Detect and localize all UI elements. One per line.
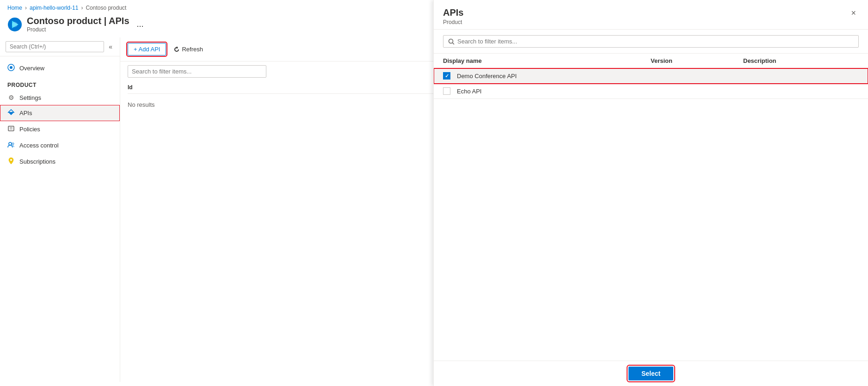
sidebar-item-policies-label: Policies: [19, 126, 40, 133]
add-api-button[interactable]: + Add API: [128, 43, 166, 55]
panel-header: APIs Product ×: [434, 0, 868, 30]
access-control-icon: [7, 141, 15, 150]
panel-close-button[interactable]: ×: [848, 7, 859, 19]
sidebar-search-area: «: [0, 37, 120, 56]
settings-icon: ⚙: [7, 94, 15, 101]
sidebar-search-input[interactable]: [6, 41, 104, 52]
sidebar-item-policies[interactable]: Policies: [0, 121, 120, 137]
refresh-button[interactable]: Refresh: [170, 43, 207, 55]
sidebar: « Overview Product ⚙ Settings APIs: [0, 37, 120, 382]
sidebar-section-label: Product: [0, 76, 120, 90]
page-title: Contoso product | APIs: [27, 16, 129, 26]
sidebar-item-subscriptions[interactable]: Subscriptions: [0, 153, 120, 170]
panel-row-demo[interactable]: Demo Conference API: [434, 68, 868, 84]
col-id-header: Id: [128, 84, 220, 91]
svg-marker-6: [8, 112, 14, 115]
svg-point-13: [449, 39, 453, 43]
page-subtitle: Product: [27, 26, 129, 33]
svg-point-10: [9, 142, 12, 145]
refresh-icon: [173, 46, 180, 53]
sidebar-item-apis-label: APIs: [19, 110, 32, 116]
select-button[interactable]: Select: [628, 367, 673, 380]
panel-search-input[interactable]: [457, 38, 854, 45]
sidebar-item-access-control[interactable]: Access control: [0, 137, 120, 153]
panel-title: APIs: [443, 7, 463, 18]
main-search-input[interactable]: [128, 65, 266, 78]
checkbox-echo[interactable]: [443, 87, 450, 95]
sidebar-nav: Overview Product ⚙ Settings APIs Policie…: [0, 56, 120, 173]
checkbox-demo[interactable]: [443, 72, 450, 80]
panel-footer: Select: [434, 361, 868, 382]
svg-rect-7: [8, 126, 14, 131]
sidebar-item-apis[interactable]: APIs: [0, 105, 120, 121]
collapse-button[interactable]: «: [107, 42, 114, 51]
sidebar-item-overview-label: Overview: [19, 65, 44, 72]
sidebar-item-settings[interactable]: ⚙ Settings: [0, 90, 120, 105]
col-display-name-header: Display name: [443, 57, 651, 64]
overview-icon: [7, 64, 15, 73]
subscriptions-icon: [7, 157, 15, 166]
apis-icon: [7, 109, 15, 117]
svg-marker-5: [8, 110, 14, 112]
sidebar-item-subscriptions-label: Subscriptions: [19, 158, 55, 165]
panel-subtitle: Product: [443, 19, 463, 25]
panel-table: Display name Version Description Demo Co…: [434, 54, 868, 361]
svg-point-12: [10, 159, 12, 161]
panel-row-echo[interactable]: Echo API: [434, 84, 868, 99]
refresh-label: Refresh: [182, 46, 203, 53]
breadcrumb-home[interactable]: Home: [7, 5, 22, 11]
right-panel: APIs Product × Display name Version Desc…: [433, 0, 868, 382]
breadcrumb-apim[interactable]: apim-hello-world-11: [30, 5, 78, 11]
svg-point-4: [10, 66, 12, 69]
api-name-echo: Echo API: [457, 88, 651, 95]
policies-icon: [7, 125, 15, 134]
panel-table-header: Display name Version Description: [434, 54, 868, 68]
panel-search-icon: [448, 38, 455, 45]
svg-point-11: [12, 143, 14, 145]
product-icon: [7, 17, 22, 32]
sidebar-item-access-control-label: Access control: [19, 142, 59, 149]
col-description-header: Description: [743, 57, 859, 64]
sidebar-item-settings-label: Settings: [19, 94, 41, 101]
svg-line-14: [453, 43, 455, 44]
api-name-demo: Demo Conference API: [457, 73, 651, 80]
breadcrumb-current: Contoso product: [86, 5, 126, 11]
sidebar-item-overview[interactable]: Overview: [0, 60, 120, 76]
more-options-button[interactable]: ...: [134, 18, 147, 30]
panel-search-area: [434, 30, 868, 54]
svg-point-2: [12, 22, 18, 27]
col-version-header: Version: [651, 57, 743, 64]
